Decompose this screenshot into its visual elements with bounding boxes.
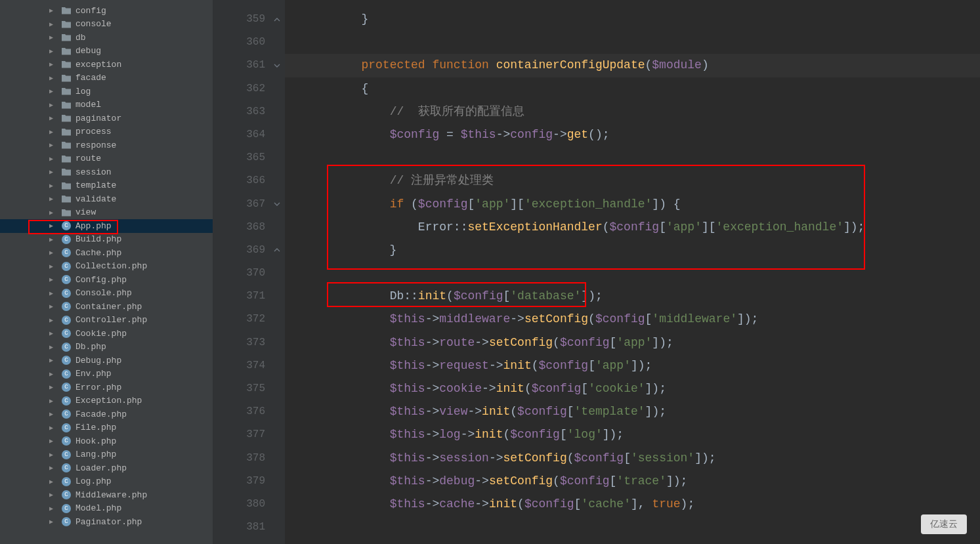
php-file-icon: C — [61, 476, 72, 487]
fold-gutter-empty — [272, 423, 282, 446]
tree-folder-db[interactable]: ▶db — [0, 31, 213, 45]
code-line-359[interactable]: } — [285, 8, 980, 31]
fold-open-icon[interactable] — [272, 193, 282, 216]
php-file-icon: C — [61, 261, 72, 272]
tree-folder-template[interactable]: ▶template — [0, 179, 213, 193]
tree-file-Debug-php[interactable]: ▶CDebug.php — [0, 354, 213, 367]
tree-folder-session[interactable]: ▶session — [0, 165, 213, 179]
tree-file-Cache-php[interactable]: ▶CCache.php — [0, 246, 213, 260]
chevron-right-icon: ▶ — [49, 101, 57, 109]
code-line-371[interactable]: Db::init($config['database']); — [285, 285, 980, 308]
code-line-366[interactable]: // 注册异常处理类 — [285, 169, 980, 192]
code-line-372[interactable]: $this->middleware->setConfig($config['mi… — [285, 308, 980, 331]
tree-file-Exception-php[interactable]: ▶CException.php — [0, 394, 213, 408]
tree-folder-view[interactable]: ▶view — [0, 206, 213, 220]
code-line-379[interactable]: $this->debug->setConfig($config['trace']… — [285, 470, 980, 493]
tree-file-Facade-php[interactable]: ▶CFacade.php — [0, 408, 213, 421]
tree-folder-response[interactable]: ▶response — [0, 138, 213, 152]
tree-file-Model-php[interactable]: ▶CModel.php — [0, 502, 213, 516]
tree-file-Error-php[interactable]: ▶CError.php — [0, 381, 213, 394]
tree-folder-log[interactable]: ▶log — [0, 85, 213, 98]
code-area[interactable]: } protected function containerConfigUpda… — [285, 0, 980, 544]
code-line-373[interactable]: $this->route->setConfig($config['app']); — [285, 331, 980, 354]
chevron-right-icon: ▶ — [49, 249, 57, 257]
tree-file-Config-php[interactable]: ▶CConfig.php — [0, 273, 213, 287]
chevron-right-icon: ▶ — [49, 303, 57, 310]
tree-file-Console-php[interactable]: ▶CConsole.php — [0, 287, 213, 301]
code-line-375[interactable]: $this->cookie->init($config['cookie']); — [285, 377, 980, 400]
tree-folder-config[interactable]: ▶config — [0, 4, 213, 18]
code-line-370[interactable] — [285, 262, 980, 285]
tree-file-Container-php[interactable]: ▶CContainer.php — [0, 300, 213, 314]
code-line-360[interactable] — [285, 31, 980, 54]
tree-item-label: paginator — [75, 114, 121, 123]
tree-item-label: Exception.php — [75, 396, 142, 406]
tree-item-label: Env.php — [75, 369, 112, 379]
code-line-364[interactable]: $config = $this->config->get(); — [285, 123, 980, 146]
tree-folder-model[interactable]: ▶model — [0, 98, 213, 112]
code-line-374[interactable]: $this->request->init($config['app']); — [285, 354, 980, 377]
tree-file-Collection-php[interactable]: ▶CCollection.php — [0, 260, 213, 274]
code-line-368[interactable]: Error::setExceptionHandler($config['app'… — [285, 216, 980, 239]
tree-folder-console[interactable]: ▶console — [0, 18, 213, 31]
tree-item-label: model — [75, 100, 101, 110]
tree-file-Hook-php[interactable]: ▶CHook.php — [0, 434, 213, 448]
code-line-361[interactable]: protected function containerConfigUpdate… — [285, 54, 980, 77]
chevron-right-icon: ▶ — [49, 20, 57, 28]
code-line-367[interactable]: if ($config['app']['exception_handle']) … — [285, 193, 980, 216]
tree-folder-process[interactable]: ▶process — [0, 125, 213, 139]
tree-folder-facade[interactable]: ▶facade — [0, 72, 213, 85]
code-line-380[interactable]: $this->cache->init($config['cache'], tru… — [285, 493, 980, 516]
tree-folder-paginator[interactable]: ▶paginator — [0, 112, 213, 125]
tree-folder-debug[interactable]: ▶debug — [0, 45, 213, 58]
chevron-right-icon: ▶ — [49, 74, 57, 82]
folder-icon — [61, 46, 72, 56]
fold-gutter-empty — [272, 447, 282, 470]
php-file-icon: C — [61, 288, 72, 299]
code-line-369[interactable]: } — [285, 239, 980, 262]
tree-file-Env-php[interactable]: ▶CEnv.php — [0, 367, 213, 381]
code-line-381[interactable] — [285, 516, 980, 539]
tree-item-label: App.php — [75, 221, 112, 231]
tree-folder-exception[interactable]: ▶exception — [0, 58, 213, 72]
gutter: 3593603613623633643653663673683693703713… — [213, 0, 285, 544]
tree-file-App-php[interactable]: ▶CApp.php — [0, 219, 213, 233]
tree-item-label: Lang.php — [75, 450, 116, 459]
tree-file-Controller-php[interactable]: ▶CController.php — [0, 314, 213, 327]
fold-close-icon[interactable] — [272, 239, 282, 262]
fold-gutter-empty — [272, 123, 282, 146]
php-file-icon: C — [61, 503, 72, 514]
tree-file-Cookie-php[interactable]: ▶CCookie.php — [0, 327, 213, 341]
chevron-right-icon: ▶ — [49, 397, 57, 405]
fold-gutter-empty — [272, 100, 282, 123]
chevron-right-icon: ▶ — [49, 262, 57, 270]
code-line-378[interactable]: $this->session->setConfig($config['sessi… — [285, 447, 980, 470]
tree-item-label: exception — [75, 60, 121, 70]
tree-file-Middleware-php[interactable]: ▶CMiddleware.php — [0, 488, 213, 502]
tree-file-File-php[interactable]: ▶CFile.php — [0, 421, 213, 435]
fold-open-icon[interactable] — [272, 54, 282, 77]
tree-folder-route[interactable]: ▶route — [0, 152, 213, 166]
tree-folder-validate[interactable]: ▶validate — [0, 192, 213, 206]
tree-file-Log-php[interactable]: ▶CLog.php — [0, 475, 213, 489]
fold-close-icon[interactable] — [272, 8, 282, 31]
fold-gutter-empty — [272, 77, 282, 100]
code-editor[interactable]: 3593603613623633643653663673683693703713… — [213, 0, 980, 544]
fold-gutter-empty — [272, 354, 282, 377]
fold-gutter-empty — [272, 331, 282, 354]
tree-file-Build-php[interactable]: ▶CBuild.php — [0, 233, 213, 247]
code-line-377[interactable]: $this->log->init($config['log']); — [285, 423, 980, 446]
chevron-right-icon: ▶ — [49, 209, 57, 217]
file-tree-sidebar[interactable]: ▶config▶console▶db▶debug▶exception▶facad… — [0, 0, 213, 544]
tree-file-Db-php[interactable]: ▶CDb.php — [0, 341, 213, 354]
tree-file-Loader-php[interactable]: ▶CLoader.php — [0, 461, 213, 475]
tree-file-Paginator-php[interactable]: ▶CPaginator.php — [0, 515, 213, 529]
code-line-362[interactable]: { — [285, 77, 980, 100]
code-line-365[interactable] — [285, 146, 980, 169]
tree-file-Lang-php[interactable]: ▶CLang.php — [0, 448, 213, 462]
php-file-icon: C — [61, 315, 72, 325]
fold-gutter-empty — [272, 493, 282, 516]
tree-item-label: Db.php — [75, 342, 106, 352]
code-line-376[interactable]: $this->view->init($config['template']); — [285, 400, 980, 423]
code-line-363[interactable]: // 获取所有的配置信息 — [285, 100, 980, 123]
